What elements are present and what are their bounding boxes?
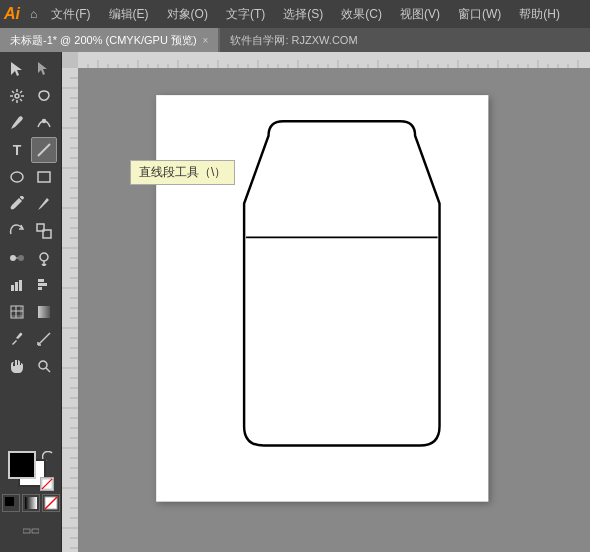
svg-rect-22 [19, 280, 22, 291]
svg-rect-40 [25, 497, 37, 509]
tab-bar: 未标题-1* @ 200% (CMYK/GPU 预览) × 软件自学网: RJZ… [0, 28, 590, 52]
rotate-tool[interactable] [4, 218, 30, 244]
selection-tool[interactable] [4, 56, 30, 82]
svg-line-5 [20, 99, 22, 101]
menu-text[interactable]: 文字(T) [218, 4, 273, 25]
svg-point-16 [10, 255, 16, 261]
direct-selection-tool[interactable] [31, 56, 57, 82]
change-screen-mode-button[interactable] [8, 518, 54, 544]
magic-wand-tool[interactable] [4, 83, 30, 109]
none-mode-button[interactable] [42, 494, 60, 512]
svg-rect-23 [38, 279, 44, 282]
measure-tool[interactable] [31, 326, 57, 352]
tool-row-11 [4, 326, 57, 352]
fill-stroke-mode-buttons [2, 494, 60, 512]
svg-rect-45 [78, 52, 590, 68]
none-color-swatch[interactable] [40, 477, 54, 491]
symbol-sprayer-tool[interactable] [31, 245, 57, 271]
menu-file[interactable]: 文件(F) [43, 4, 98, 25]
tool-row-6 [4, 191, 57, 217]
svg-line-10 [38, 144, 50, 156]
canvas-area[interactable]: 直线段工具（\） [62, 52, 590, 552]
tool-row-12 [4, 353, 57, 379]
home-icon[interactable]: ⌂ [30, 7, 37, 21]
tooltip: 直线段工具（\） [130, 160, 235, 185]
svg-rect-25 [38, 287, 42, 290]
tool-row-4: T [4, 137, 57, 163]
vertical-ruler [62, 68, 78, 552]
foreground-color-swatch[interactable] [8, 451, 36, 479]
rectangle-tool[interactable] [31, 164, 57, 190]
zoom-tool[interactable] [31, 353, 57, 379]
lasso-tool[interactable] [31, 83, 57, 109]
gradient-tool[interactable] [31, 299, 57, 325]
tool-row-8 [4, 245, 57, 271]
svg-rect-21 [15, 282, 18, 291]
tool-row-9 [4, 272, 57, 298]
tab-inactive-label: 软件自学网: RJZXW.COM [230, 33, 357, 48]
tool-row-2 [4, 83, 57, 109]
main-layout: T [0, 52, 590, 552]
curvature-tool[interactable] [31, 110, 57, 136]
svg-point-9 [43, 120, 46, 123]
tool-row-10 [4, 299, 57, 325]
svg-rect-20 [11, 285, 14, 291]
type-tool[interactable]: T [4, 137, 30, 163]
svg-line-32 [38, 333, 50, 345]
pen-tool[interactable] [4, 110, 30, 136]
mesh-tool[interactable] [4, 299, 30, 325]
svg-rect-24 [38, 283, 47, 286]
svg-line-6 [20, 91, 22, 93]
svg-rect-39 [5, 497, 14, 506]
menu-select[interactable]: 选择(S) [275, 4, 331, 25]
tab-active-label: 未标题-1* @ 200% (CMYK/GPU 预览) [10, 33, 197, 48]
tab-active[interactable]: 未标题-1* @ 200% (CMYK/GPU 预览) × [0, 28, 219, 52]
canvas-drawing[interactable] [78, 68, 590, 552]
svg-point-35 [39, 361, 47, 369]
menu-bar: Ai ⌂ 文件(F) 编辑(E) 对象(O) 文字(T) 选择(S) 效果(C)… [0, 0, 590, 28]
svg-rect-31 [38, 306, 50, 318]
tool-row-7 [4, 218, 57, 244]
svg-rect-43 [23, 529, 30, 533]
app-logo: Ai [4, 5, 20, 23]
svg-rect-96 [62, 68, 78, 552]
line-segment-tool[interactable] [31, 137, 57, 163]
svg-line-36 [46, 368, 50, 372]
tool-row-3 [4, 110, 57, 136]
tool-row-5 [4, 164, 57, 190]
menu-edit[interactable]: 编辑(E) [101, 4, 157, 25]
blend-tool[interactable] [4, 245, 30, 271]
svg-line-4 [12, 91, 14, 93]
menu-help[interactable]: 帮助(H) [511, 4, 568, 25]
bar-chart-tool[interactable] [31, 272, 57, 298]
ruler-corner [62, 52, 78, 68]
left-toolbar: T [0, 52, 62, 552]
tool-row-1 [4, 56, 57, 82]
svg-rect-44 [32, 529, 39, 533]
gradient-mode-button[interactable] [22, 494, 40, 512]
svg-line-7 [12, 99, 14, 101]
screen-mode-row [8, 518, 54, 544]
hand-tool[interactable] [4, 353, 30, 379]
ellipse-tool[interactable] [4, 164, 30, 190]
tab-inactive[interactable]: 软件自学网: RJZXW.COM [219, 28, 367, 52]
column-chart-tool[interactable] [4, 272, 30, 298]
svg-point-19 [40, 253, 48, 261]
horizontal-ruler [78, 52, 590, 68]
menu-view[interactable]: 视图(V) [392, 4, 448, 25]
menu-effect[interactable]: 效果(C) [333, 4, 390, 25]
svg-rect-12 [38, 172, 50, 182]
svg-point-8 [15, 94, 19, 98]
svg-point-11 [11, 172, 23, 182]
color-section [2, 447, 59, 548]
color-mode-button[interactable] [2, 494, 20, 512]
scale-tool[interactable] [31, 218, 57, 244]
svg-point-17 [18, 255, 24, 261]
paintbrush-tool[interactable] [4, 191, 30, 217]
menu-object[interactable]: 对象(O) [159, 4, 216, 25]
eyedropper-tool[interactable] [4, 326, 30, 352]
color-swatches [8, 451, 54, 491]
menu-window[interactable]: 窗口(W) [450, 4, 509, 25]
pencil-tool[interactable] [31, 191, 57, 217]
tab-close-button[interactable]: × [203, 35, 209, 46]
